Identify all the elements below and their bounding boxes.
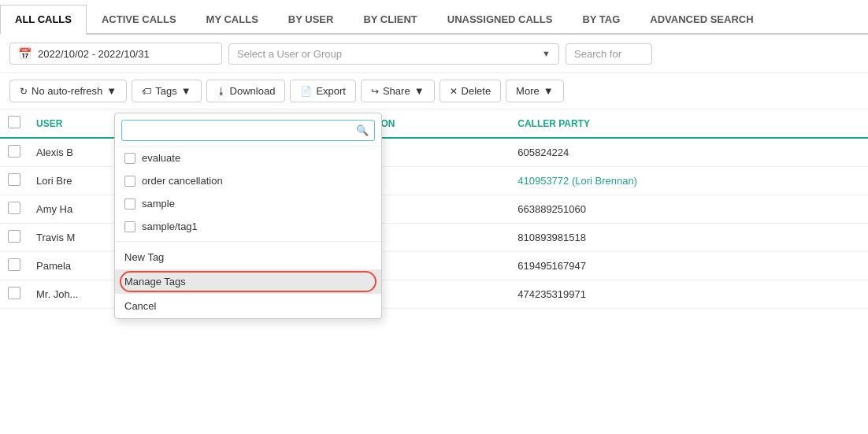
row-checkbox-cell: [0, 167, 28, 195]
download-icon: ⭳: [217, 86, 226, 97]
chevron-down-icon: ▼: [414, 85, 425, 97]
dropdown-search-area: 🔍: [115, 113, 381, 147]
export-button[interactable]: 📄 Export: [290, 80, 356, 102]
search-for-input[interactable]: Search for: [566, 43, 652, 65]
select-all-checkbox[interactable]: [8, 116, 20, 128]
date-range-picker[interactable]: 📅 2022/10/02 - 2022/10/31: [9, 43, 222, 65]
manage-tags-action[interactable]: Manage Tags: [115, 269, 381, 294]
download-button[interactable]: ⭳ Download: [206, 80, 286, 102]
manage-tags-label: Manage Tags: [124, 276, 186, 287]
new-tag-label: New Tag: [124, 251, 164, 263]
user-group-select[interactable]: Select a User or Group ▼: [228, 43, 559, 65]
row-checkbox-cell: [0, 195, 28, 224]
tab-active-calls[interactable]: ACTIVE CALLS: [87, 5, 191, 35]
row-caller: 474235319971: [510, 280, 868, 309]
x-icon: ✕: [450, 86, 458, 97]
row-checkbox[interactable]: [8, 145, 20, 158]
tabs-bar: ALL CALLS ACTIVE CALLS MY CALLS BY USER …: [0, 0, 868, 35]
checkbox-sample[interactable]: [124, 198, 135, 210]
row-checkbox[interactable]: [8, 287, 20, 299]
tab-all-calls[interactable]: ALL CALLS: [0, 5, 87, 35]
date-range-value: 2022/10/02 - 2022/10/31: [38, 48, 150, 60]
row-caller: 605824224: [510, 138, 868, 167]
th-caller-party: CALLER PARTY: [510, 109, 868, 138]
row-caller: 410953772 (Lori Brennan): [510, 167, 868, 195]
tab-by-client[interactable]: BY CLIENT: [348, 5, 432, 35]
row-checkbox[interactable]: [8, 202, 20, 214]
row-checkbox[interactable]: [8, 230, 20, 243]
dropdown-item-sample[interactable]: sample: [115, 192, 378, 215]
row-caller: 663889251060: [510, 195, 868, 224]
share-icon: ↪: [371, 86, 379, 97]
tag-icon: 🏷: [142, 86, 151, 97]
th-checkbox: [0, 109, 28, 138]
chevron-down-icon: ▼: [543, 85, 554, 97]
checkbox-sample-tag1[interactable]: [124, 221, 135, 232]
row-checkbox[interactable]: [8, 173, 20, 186]
dropdown-item-order-cancellation[interactable]: order cancellation: [115, 169, 378, 192]
dropdown-item-evaluate[interactable]: evaluate: [115, 147, 378, 169]
no-auto-refresh-button[interactable]: ↻ No auto-refresh ▼: [9, 80, 127, 102]
tags-button[interactable]: 🏷 Tags ▼: [132, 80, 201, 102]
tab-by-tag[interactable]: BY TAG: [567, 5, 635, 35]
user-group-placeholder: Select a User or Group: [237, 48, 342, 60]
delete-button[interactable]: ✕ Delete: [440, 80, 502, 102]
calendar-icon: 📅: [18, 47, 32, 60]
row-caller: 619495167947: [510, 252, 868, 280]
row-checkbox[interactable]: [8, 258, 20, 271]
chevron-down-icon: ▼: [106, 85, 117, 97]
new-tag-action[interactable]: New Tag: [115, 245, 381, 269]
cancel-label: Cancel: [124, 300, 156, 312]
search-for-label: Search for: [574, 48, 621, 60]
tab-my-calls[interactable]: MY CALLS: [191, 5, 273, 35]
checkbox-order-cancellation[interactable]: [124, 176, 135, 187]
chevron-down-icon: ▼: [181, 85, 191, 97]
tab-advanced-search[interactable]: ADVANCED SEARCH: [635, 5, 768, 35]
export-icon: 📄: [300, 86, 312, 97]
filter-row: 📅 2022/10/02 - 2022/10/31 Select a User …: [0, 35, 868, 73]
tab-unassigned-calls[interactable]: UNASSIGNED CALLS: [432, 5, 568, 35]
cancel-action[interactable]: Cancel: [115, 294, 381, 318]
row-checkbox-cell: [0, 280, 28, 309]
dropdown-list: evaluate order cancellation sample sampl…: [115, 147, 381, 238]
item-label: sample/tag1: [142, 221, 198, 232]
row-checkbox-cell: [0, 252, 28, 280]
share-button[interactable]: ↪ Share ▼: [361, 80, 435, 102]
row-caller: 810893981518: [510, 224, 868, 252]
more-button[interactable]: More ▼: [506, 80, 564, 102]
dropdown-item-sample-tag1[interactable]: sample/tag1: [115, 215, 378, 238]
dropdown-search-input[interactable]: [121, 120, 375, 141]
checkbox-evaluate[interactable]: [124, 153, 135, 164]
row-checkbox-cell: [0, 138, 28, 167]
item-label: evaluate: [142, 152, 180, 164]
buttons-row: ↻ No auto-refresh ▼ 🏷 Tags ▼ ⭳ Download …: [0, 73, 868, 109]
refresh-icon: ↻: [20, 86, 28, 97]
search-icon: 🔍: [356, 124, 369, 135]
row-checkbox-cell: [0, 224, 28, 252]
chevron-down-icon: ▼: [542, 49, 551, 58]
tags-dropdown: 🔍 evaluate order cancellation sample sam…: [114, 113, 382, 319]
item-label: sample: [142, 198, 175, 210]
item-label: order cancellation: [142, 175, 223, 187]
tab-by-user[interactable]: BY USER: [273, 5, 349, 35]
